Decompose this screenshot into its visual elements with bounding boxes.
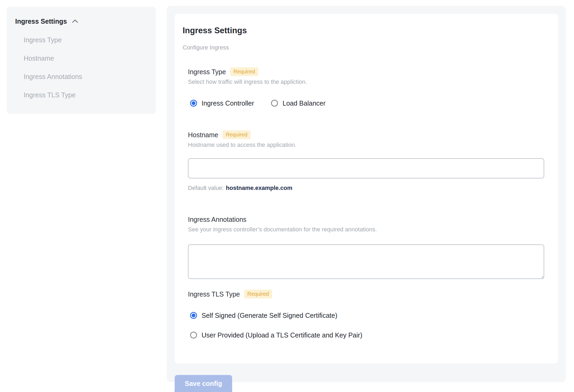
chevron-up-icon — [71, 18, 79, 25]
sidebar-item-list: Ingress Type Hostname Ingress Annotation… — [24, 35, 146, 99]
default-value-label: Default value: — [188, 185, 224, 191]
section-ingress-annotations: Ingress Annotations See your ingress con… — [188, 215, 550, 279]
required-badge: Required — [223, 130, 251, 139]
main-panel: Ingress Settings Configure Ingress Ingre… — [167, 6, 566, 382]
page-subtitle: Configure Ingress — [183, 44, 550, 51]
section-hostname: Hostname Required Hostname used to acces… — [188, 130, 550, 192]
save-config-button[interactable]: Save config — [175, 375, 232, 392]
sidebar-section-title: Ingress Settings — [15, 17, 67, 26]
radio-icon[interactable] — [190, 332, 197, 339]
radio-option-load-balancer[interactable]: Load Balancer — [271, 99, 325, 107]
radio-label: Load Balancer — [282, 99, 325, 107]
section-ingress-type: Ingress Type Required Select how traffic… — [188, 67, 550, 107]
default-value-text: hostname.example.com — [226, 185, 292, 191]
sidebar-item-ingress-tls-type[interactable]: Ingress TLS Type — [24, 90, 146, 99]
hostname-label: Hostname — [188, 131, 218, 139]
radio-label: User Provided (Upload a TLS Certificate … — [202, 331, 362, 339]
sidebar-section-toggle[interactable]: Ingress Settings — [15, 17, 146, 26]
radio-option-user-provided[interactable]: User Provided (Upload a TLS Certificate … — [190, 331, 550, 339]
ingress-type-description: Select how traffic will ingress to the a… — [188, 78, 550, 86]
radio-icon[interactable] — [190, 100, 197, 107]
radio-label: Self Signed (Generate Self Signed Certif… — [202, 311, 337, 320]
sidebar-item-ingress-type[interactable]: Ingress Type — [24, 35, 146, 44]
radio-option-ingress-controller[interactable]: Ingress Controller — [190, 99, 254, 107]
radio-icon[interactable] — [271, 100, 278, 107]
ingress-settings-card: Ingress Settings Configure Ingress Ingre… — [175, 14, 558, 363]
section-ingress-tls-type: Ingress TLS Type Required Self Signed (G… — [188, 290, 550, 339]
annotations-textarea[interactable] — [188, 244, 544, 279]
tls-radio-group: Self Signed (Generate Self Signed Certif… — [190, 311, 550, 339]
hostname-default-line: Default value:hostname.example.com — [188, 184, 550, 192]
hostname-description: Hostname used to access the application. — [188, 141, 550, 149]
radio-label: Ingress Controller — [202, 99, 254, 107]
save-row: Save config — [175, 375, 558, 392]
ingress-type-label: Ingress Type — [188, 68, 226, 76]
radio-icon[interactable] — [190, 312, 197, 319]
settings-sidebar: Ingress Settings Ingress Type Hostname I… — [7, 7, 156, 114]
sidebar-item-hostname[interactable]: Hostname — [24, 54, 146, 63]
ingress-tls-type-label: Ingress TLS Type — [188, 290, 240, 298]
ingress-type-radio-group: Ingress Controller Load Balancer — [190, 99, 550, 107]
hostname-input[interactable] — [188, 158, 544, 178]
required-badge: Required — [244, 290, 272, 298]
ingress-annotations-description: See your ingress controller’s documentat… — [188, 226, 550, 233]
page-title: Ingress Settings — [183, 26, 550, 36]
sidebar-item-ingress-annotations[interactable]: Ingress Annotations — [24, 72, 146, 81]
required-badge: Required — [230, 67, 258, 76]
ingress-annotations-label: Ingress Annotations — [188, 215, 247, 224]
radio-option-self-signed[interactable]: Self Signed (Generate Self Signed Certif… — [190, 311, 550, 320]
